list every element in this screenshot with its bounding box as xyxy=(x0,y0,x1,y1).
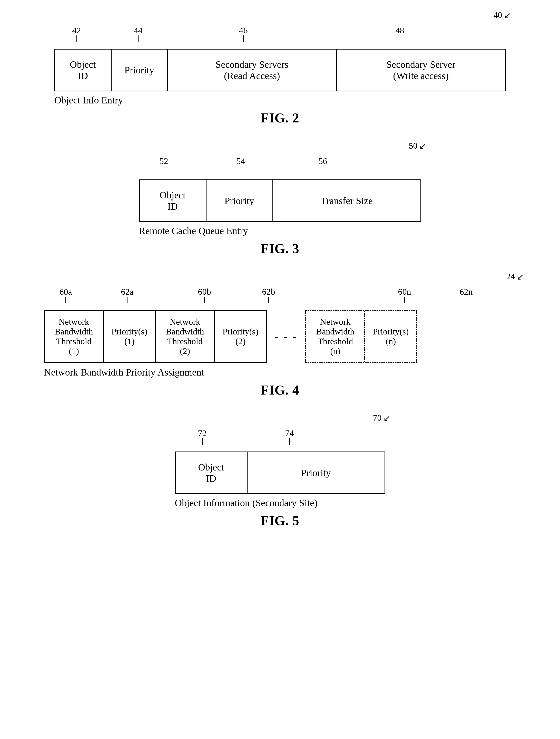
ref-52: 52 xyxy=(160,156,168,173)
fig2-title: FIG. 2 xyxy=(261,110,299,126)
page: 40 ↙ 42 44 46 48 xyxy=(0,0,560,739)
ref-48: 48 xyxy=(396,26,404,42)
fig5-table: Object ID Priority xyxy=(175,451,385,494)
fig2-caption: Object Info Entry xyxy=(54,95,123,106)
fig4-cell-pri2: Priority(s) (2) xyxy=(215,311,266,362)
ref-40-label: 40 xyxy=(494,10,502,20)
fig4-cell-pri1: Priority(s) (1) xyxy=(104,311,155,362)
fig3-corner-ref: 50 ↙ xyxy=(409,141,426,151)
ref-46: 46 xyxy=(239,26,248,42)
fig4-section: 24 ↙ 60a 62a 60b 62b xyxy=(26,277,534,398)
fig5-corner-ref: 70 ↙ xyxy=(373,413,390,423)
fig3-cell-transfer-size: Transfer Size xyxy=(273,180,420,221)
fig3-caption: Remote Cache Queue Entry xyxy=(139,226,248,236)
fig4-arrow-icon: ↙ xyxy=(517,272,524,282)
fig2-section: 40 ↙ 42 44 46 48 xyxy=(26,15,534,126)
fig5-caption: Object Information (Secondary Site) xyxy=(175,497,318,508)
fig2-cell-secondary-server-write: Secondary Server (Write access) xyxy=(337,49,505,91)
fig4-refs-row: 60a 62a 60b 62b 60n xyxy=(44,287,516,310)
ref-62a: 62a xyxy=(121,287,134,303)
ref-60a: 60a xyxy=(59,287,72,303)
ref-72: 72 xyxy=(198,428,207,445)
ref-42: 42 xyxy=(72,26,81,42)
fig3-wrapper: 50 ↙ 52 54 56 xyxy=(139,156,421,237)
fig2-wrapper: 40 ↙ 42 44 46 48 xyxy=(54,26,506,106)
fig2-cell-secondary-servers: Secondary Servers (Read Access) xyxy=(168,49,337,91)
fig4-cell-nbtn: Network Bandwidth Threshold (n) xyxy=(306,311,365,362)
fig3-title: FIG. 3 xyxy=(261,241,299,256)
fig4-wrapper: 24 ↙ 60a 62a 60b 62b xyxy=(44,287,516,378)
ref-62b: 62b xyxy=(262,287,275,303)
fig4-pair-1: Network Bandwidth Threshold (1) Priority… xyxy=(45,311,156,362)
fig4-pair-n: Network Bandwidth Threshold (n) Priority… xyxy=(306,311,416,362)
fig4-caption: Network Bandwidth Priority Assignment xyxy=(44,367,204,378)
fig2-arrow-icon: ↙ xyxy=(504,10,511,20)
fig5-section: 70 ↙ 72 74 Object ID Pr xyxy=(26,418,534,528)
ref-60n: 60n xyxy=(398,287,411,303)
fig2-cell-object-id: Object ID xyxy=(55,49,112,91)
fig5-cell-object-id: Object ID xyxy=(176,452,247,493)
fig5-title: FIG. 5 xyxy=(261,513,299,528)
fig4-cell-prin: Priority(s) (n) xyxy=(365,311,416,362)
ref-56: 56 xyxy=(319,156,327,173)
fig4-group-n: Network Bandwidth Threshold (n) Priority… xyxy=(305,310,417,363)
fig4-title: FIG. 4 xyxy=(261,383,299,398)
fig5-wrapper: 70 ↙ 72 74 Object ID Pr xyxy=(175,428,385,508)
fig3-arrow-icon: ↙ xyxy=(419,141,426,151)
fig4-pair-2: Network Bandwidth Threshold (2) Priority… xyxy=(156,311,266,362)
fig4-groups: Network Bandwidth Threshold (1) Priority… xyxy=(44,310,516,363)
fig2-corner-ref: 40 ↙ xyxy=(494,10,511,20)
ref-44: 44 xyxy=(134,26,143,42)
fig3-section: 50 ↙ 52 54 56 xyxy=(26,146,534,256)
ref-60b: 60b xyxy=(198,287,211,303)
ref-54: 54 xyxy=(236,156,245,173)
fig2-refs-row: 42 44 46 48 xyxy=(54,26,506,49)
fig5-refs-row: 72 74 xyxy=(175,428,385,451)
fig4-cell-nbt1: Network Bandwidth Threshold (1) xyxy=(45,311,104,362)
fig4-cell-nbt2: Network Bandwidth Threshold (2) xyxy=(156,311,215,362)
ref-74: 74 xyxy=(285,428,294,445)
fig2-table: Object ID Priority Secondary Servers (Re… xyxy=(54,49,506,92)
fig3-cell-priority: Priority xyxy=(206,180,273,221)
fig3-refs-row: 52 54 56 xyxy=(139,156,421,179)
fig5-cell-priority: Priority xyxy=(247,452,385,493)
ref-62n: 62n xyxy=(460,287,473,303)
fig3-cell-object-id: Object ID xyxy=(140,180,206,221)
fig4-dashes: - - - xyxy=(267,310,306,363)
fig4-group-ab: Network Bandwidth Threshold (1) Priority… xyxy=(44,310,267,363)
fig4-corner-ref: 24 ↙ xyxy=(506,272,524,282)
fig2-cell-priority: Priority xyxy=(112,49,168,91)
fig5-arrow-icon: ↙ xyxy=(383,413,390,423)
fig3-table: Object ID Priority Transfer Size xyxy=(139,179,421,222)
